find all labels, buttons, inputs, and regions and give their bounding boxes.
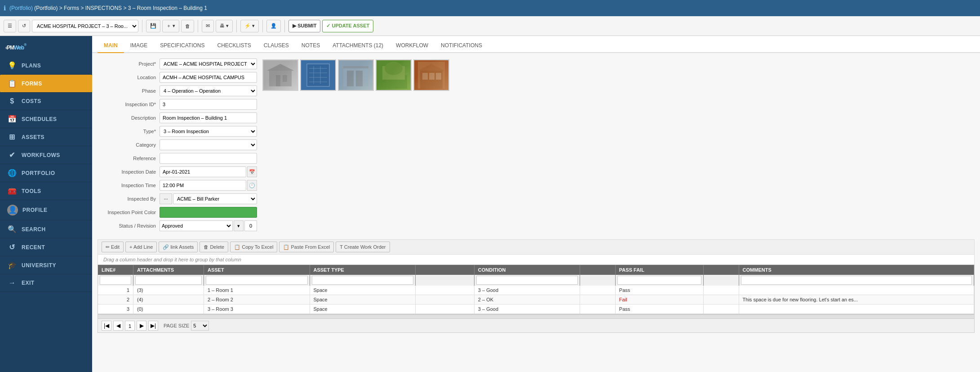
tab-main[interactable]: MAIN bbox=[98, 39, 124, 53]
menu-button[interactable]: ☰ bbox=[4, 20, 16, 32]
sidebar-item-exit[interactable]: → EXIT bbox=[0, 274, 92, 292]
sidebar-item-label: PORTFOLIO bbox=[22, 170, 55, 176]
tab-image[interactable]: IMAGE bbox=[124, 39, 154, 53]
last-page-button[interactable]: ▶| bbox=[148, 321, 158, 331]
tab-checklists[interactable]: CHECKLISTS bbox=[211, 39, 257, 53]
sidebar-item-plans[interactable]: 💡 PLANS bbox=[0, 57, 92, 75]
sidebar-item-university[interactable]: 🎓 UNIVERSITY bbox=[0, 256, 92, 274]
inspection-time-input[interactable] bbox=[160, 180, 246, 191]
status-select[interactable]: Approved bbox=[160, 220, 233, 231]
filter-attachments bbox=[133, 275, 204, 286]
tab-workflow[interactable]: WORKFLOW bbox=[390, 39, 435, 53]
next-page-button[interactable]: ▶ bbox=[137, 321, 146, 331]
location-input[interactable] bbox=[160, 72, 257, 83]
svg-rect-21 bbox=[429, 73, 435, 80]
status-wrapper: Approved ▾ bbox=[160, 220, 257, 231]
horizontal-scrollbar[interactable] bbox=[98, 314, 975, 319]
copy-to-excel-button[interactable]: 📋 Copy To Excel bbox=[230, 242, 277, 252]
edit-button[interactable]: ✏ Edit bbox=[102, 242, 124, 252]
description-input[interactable] bbox=[160, 112, 257, 123]
undo-button[interactable]: ↺ bbox=[18, 20, 30, 32]
forms-icon: 📋 bbox=[7, 79, 17, 88]
filter-asset-input[interactable] bbox=[206, 276, 308, 285]
cell-comments-1 bbox=[739, 286, 974, 295]
save-button[interactable]: 💾 bbox=[146, 20, 160, 32]
first-page-button[interactable]: |◀ bbox=[102, 321, 111, 331]
delete-line-button[interactable]: 🗑 Delete bbox=[200, 242, 228, 252]
cell-line-3: 3 bbox=[98, 305, 133, 314]
calendar-icon[interactable]: 📅 bbox=[247, 166, 257, 177]
sidebar-item-costs[interactable]: $ COSTS bbox=[0, 93, 92, 110]
sidebar-item-label: PROFILE bbox=[22, 207, 48, 213]
tab-attachments[interactable]: ATTACHMENTS (12) bbox=[326, 39, 390, 53]
sidebar-item-workflows[interactable]: ✔ WORKFLOWS bbox=[0, 146, 92, 164]
sidebar-item-recent[interactable]: ↺ RECENT bbox=[0, 238, 92, 256]
tab-notifications[interactable]: NOTIFICATIONS bbox=[435, 39, 488, 53]
filter-comments-input[interactable] bbox=[741, 276, 972, 285]
print-button[interactable]: 🖶 ▾ bbox=[216, 20, 233, 32]
create-work-order-button[interactable]: T Create Work Order bbox=[336, 242, 390, 252]
sidebar-item-tools[interactable]: 🧰 TOOLS bbox=[0, 182, 92, 200]
inspected-by-select[interactable]: ACME – Bill Parker bbox=[173, 193, 257, 204]
sidebar-item-label: SCHEDULES bbox=[22, 116, 57, 122]
cell-empty1-3 bbox=[416, 305, 474, 314]
filter-attachments-input[interactable] bbox=[135, 276, 202, 285]
email-button[interactable]: ✉ bbox=[202, 20, 214, 32]
color-picker[interactable] bbox=[160, 207, 257, 218]
sidebar-item-portfolio[interactable]: 🌐 PORTFOLIO bbox=[0, 164, 92, 182]
prev-page-button[interactable]: ◀ bbox=[113, 321, 123, 331]
thumbnail-4[interactable] bbox=[376, 59, 412, 91]
inspection-point-color-row: Inspection Point Color bbox=[98, 207, 257, 218]
cell-empty3-1 bbox=[704, 286, 739, 295]
sidebar-item-assets[interactable]: ⊞ ASSETS bbox=[0, 128, 92, 146]
tab-clauses[interactable]: CLAUSES bbox=[257, 39, 295, 53]
filter-pass-fail-input[interactable] bbox=[617, 276, 701, 285]
type-select[interactable]: 3 – Room Inspection bbox=[160, 126, 257, 137]
record-dropdown[interactable]: ACME HOSPITAL PROJECT – 3 – Roo... bbox=[32, 20, 138, 32]
status-dropdown-arrow[interactable]: ▾ bbox=[234, 220, 244, 231]
cell-empty2-3 bbox=[580, 305, 616, 314]
user-button[interactable]: 👤 bbox=[266, 20, 281, 32]
inspection-id-input[interactable] bbox=[160, 99, 257, 110]
delete-button[interactable]: 🗑 bbox=[181, 20, 194, 32]
filter-condition-input[interactable] bbox=[476, 276, 578, 285]
thumbnail-3[interactable] bbox=[338, 59, 374, 91]
thumbnail-2[interactable] bbox=[300, 59, 336, 91]
project-select[interactable]: ACME – ACME HOSPITAL PROJECT bbox=[160, 58, 257, 69]
sidebar-item-forms[interactable]: 📋 FORMS bbox=[0, 75, 92, 93]
status-revision-input[interactable] bbox=[244, 220, 257, 231]
phase-select[interactable]: 4 – Operation – Operation bbox=[160, 85, 257, 96]
lightning-button[interactable]: ⚡ ▾ bbox=[240, 20, 259, 32]
link-assets-button[interactable]: 🔗 link Assets bbox=[159, 242, 198, 252]
filter-asset bbox=[204, 275, 310, 286]
table-row: 1 (3) 1 – Room 1 Space 3 – Good Pass bbox=[98, 286, 974, 295]
cell-attachments-1: (3) bbox=[133, 286, 204, 295]
thumbnail-1[interactable] bbox=[262, 59, 298, 91]
filter-line-input[interactable] bbox=[100, 276, 131, 285]
clock-icon[interactable]: 🕛 bbox=[247, 180, 257, 191]
reference-input[interactable] bbox=[160, 153, 257, 164]
add-button[interactable]: ＋ ▾ bbox=[162, 20, 179, 32]
svg-rect-13 bbox=[356, 71, 363, 86]
recent-icon: ↺ bbox=[7, 243, 17, 251]
filter-asset-type-input[interactable] bbox=[312, 276, 414, 285]
sidebar-item-profile[interactable]: 👤 PROFILE bbox=[0, 200, 92, 220]
thumbnail-5[interactable] bbox=[413, 59, 449, 91]
category-select[interactable] bbox=[160, 139, 257, 150]
page-size-select[interactable]: 5 bbox=[191, 321, 209, 331]
filter-asset-type bbox=[310, 275, 416, 286]
portfolio-link[interactable]: (Portfolio) bbox=[9, 5, 33, 11]
filter-line bbox=[98, 275, 133, 286]
inspection-date-input[interactable] bbox=[160, 166, 246, 177]
tab-specifications[interactable]: SPECIFICATIONS bbox=[154, 39, 211, 53]
add-line-button[interactable]: + Add Line bbox=[125, 242, 157, 252]
tab-notes[interactable]: NOTES bbox=[295, 39, 326, 53]
sidebar-item-search[interactable]: 🔍 SEARCH bbox=[0, 220, 92, 238]
submit-button[interactable]: ▶ SUBMIT bbox=[288, 20, 320, 32]
paste-from-excel-button[interactable]: 📋 Paste From Excel bbox=[279, 242, 334, 252]
sidebar-item-schedules[interactable]: 📅 SCHEDULES bbox=[0, 110, 92, 128]
cell-condition-2: 2 – OK bbox=[474, 295, 580, 305]
table-header-row: LINE# ATTACHMENTS ASSET ASSET TYPE CONDI… bbox=[98, 265, 974, 275]
more-options-icon[interactable]: ··· bbox=[160, 193, 172, 204]
update-asset-button[interactable]: ✓ UPDATE ASSET bbox=[322, 20, 373, 32]
